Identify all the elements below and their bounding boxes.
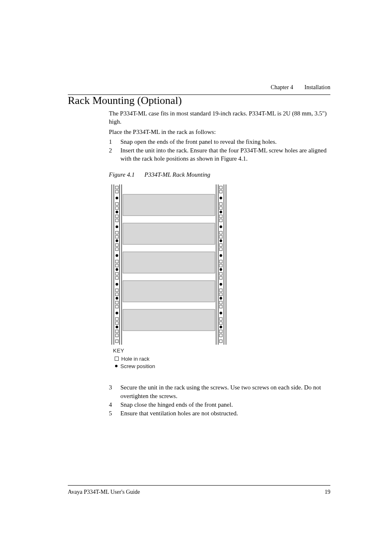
list-item: 3 Secure the unit in the rack using the … — [109, 383, 330, 400]
svg-rect-51 — [219, 293, 222, 296]
svg-rect-53 — [219, 305, 222, 308]
svg-rect-49 — [219, 276, 222, 279]
intro-paragraph-2: Place the P334T-ML in the rack as follow… — [109, 128, 330, 136]
svg-point-68 — [115, 326, 118, 328]
svg-rect-8 — [123, 194, 215, 216]
figure-key: KEY Hole in rack Screw position — [113, 347, 330, 370]
svg-rect-9 — [123, 223, 215, 244]
list-item: 5 Ensure that ventilation holes are not … — [109, 409, 330, 417]
svg-point-73 — [219, 254, 222, 257]
intro-paragraph-1: The P334T-ML case fits in most standard … — [109, 109, 330, 126]
svg-rect-29 — [115, 301, 118, 304]
list-number: 2 — [109, 146, 120, 154]
svg-rect-25 — [115, 272, 118, 275]
svg-rect-21 — [115, 244, 118, 246]
svg-point-69 — [219, 197, 222, 199]
svg-rect-23 — [115, 260, 118, 263]
svg-rect-26 — [115, 276, 118, 279]
svg-rect-47 — [219, 264, 222, 267]
footer-page-number: 19 — [325, 489, 330, 495]
svg-rect-56 — [219, 330, 222, 333]
list-text: Snap close the hinged ends of the front … — [120, 401, 330, 409]
figure-title: P334T-ML Rack Mounting — [145, 171, 210, 178]
svg-rect-12 — [123, 309, 215, 331]
list-number: 5 — [109, 409, 120, 417]
list-text: Ensure that ventilation holes are not ob… — [120, 409, 330, 417]
svg-rect-43 — [219, 235, 222, 238]
svg-rect-42 — [219, 231, 222, 234]
svg-point-71 — [219, 226, 222, 228]
svg-point-77 — [219, 312, 222, 314]
list-number: 1 — [109, 138, 120, 146]
screw-symbol-icon — [115, 365, 118, 367]
svg-point-65 — [115, 283, 118, 286]
chapter-title: Installation — [304, 84, 330, 90]
svg-point-60 — [115, 211, 118, 213]
svg-rect-40 — [219, 215, 222, 218]
svg-rect-17 — [115, 215, 118, 218]
svg-rect-20 — [115, 235, 118, 238]
hole-symbol-icon — [115, 357, 119, 361]
key-screw-label: Screw position — [120, 363, 155, 370]
svg-point-62 — [115, 240, 118, 242]
list-text: Snap open the ends of the front panel to… — [120, 138, 330, 146]
svg-rect-52 — [219, 301, 222, 304]
svg-rect-38 — [219, 203, 222, 205]
svg-rect-41 — [219, 219, 222, 222]
svg-point-70 — [219, 211, 222, 213]
svg-rect-48 — [219, 272, 222, 275]
figure-caption: Figure 4.1 P334T-ML Rack Mounting — [109, 170, 330, 179]
list-number: 4 — [109, 401, 120, 409]
chapter-number: Chapter 4 — [271, 84, 293, 90]
svg-rect-15 — [115, 203, 118, 205]
key-row-hole: Hole in rack — [113, 355, 330, 362]
svg-rect-54 — [219, 318, 222, 320]
page: Chapter 4 Installation Rack Mounting (Op… — [0, 0, 392, 555]
svg-point-61 — [115, 226, 118, 228]
svg-point-76 — [219, 297, 222, 299]
running-header: Chapter 4 Installation — [271, 84, 330, 91]
svg-point-67 — [115, 312, 118, 314]
svg-rect-18 — [115, 219, 118, 222]
svg-rect-57 — [219, 334, 222, 337]
svg-rect-30 — [115, 305, 118, 308]
svg-rect-11 — [123, 281, 215, 302]
svg-point-63 — [115, 254, 118, 257]
svg-rect-19 — [115, 231, 118, 234]
body: The P334T-ML case fits in most standard … — [109, 109, 330, 417]
footer-guide-name: Avaya P334T-ML User's Guide — [68, 489, 140, 495]
header-rule — [68, 94, 330, 95]
svg-rect-27 — [115, 289, 118, 292]
list-item: 4 Snap close the hinged ends of the fron… — [109, 401, 330, 409]
page-footer: Avaya P334T-ML User's Guide 19 — [68, 485, 330, 495]
svg-rect-32 — [115, 322, 118, 325]
key-title: KEY — [113, 347, 330, 355]
svg-point-75 — [219, 283, 222, 286]
svg-rect-24 — [115, 264, 118, 267]
list-item: 1 Snap open the ends of the front panel … — [109, 138, 330, 146]
svg-rect-35 — [115, 340, 118, 343]
svg-point-59 — [115, 197, 118, 199]
svg-point-74 — [219, 268, 222, 271]
svg-rect-44 — [219, 244, 222, 246]
svg-rect-22 — [115, 248, 118, 251]
svg-point-78 — [219, 326, 222, 328]
svg-point-64 — [115, 268, 118, 271]
svg-point-72 — [219, 240, 222, 242]
svg-rect-36 — [219, 186, 222, 189]
svg-rect-46 — [219, 260, 222, 263]
svg-rect-28 — [115, 293, 118, 296]
svg-rect-58 — [219, 340, 222, 343]
list-text: Insert the unit into the rack. Ensure th… — [120, 146, 330, 163]
figure-rack-mounting: KEY Hole in rack Screw position — [111, 184, 330, 370]
svg-rect-37 — [219, 190, 222, 193]
svg-rect-33 — [115, 330, 118, 333]
svg-rect-13 — [115, 186, 118, 189]
key-hole-label: Hole in rack — [121, 355, 150, 363]
svg-point-66 — [115, 297, 118, 299]
list-text: Secure the unit in the rack using the sc… — [120, 383, 330, 400]
list-item: 2 Insert the unit into the rack. Ensure … — [109, 146, 330, 163]
svg-rect-16 — [115, 207, 118, 210]
figure-ref: Figure 4.1 — [109, 171, 135, 178]
svg-rect-39 — [219, 207, 222, 210]
